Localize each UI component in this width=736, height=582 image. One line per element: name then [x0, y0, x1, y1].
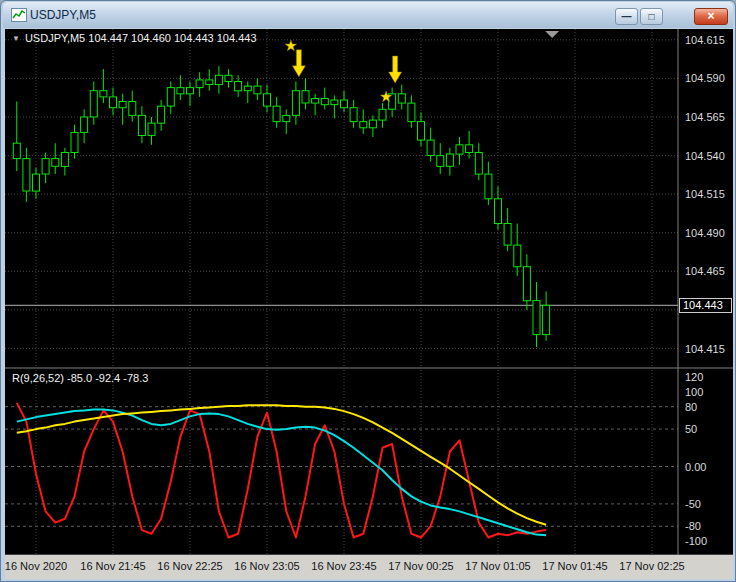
- chart-window: USDJPY,M5 — □ × ▼USDJPY,M5 104.447 104.4…: [0, 0, 736, 582]
- indicator-axis-label: -100: [685, 535, 707, 547]
- indicator-axis-label: 0.00: [685, 461, 706, 473]
- indicator-axis[interactable]: 12010080500.00-50-80-100: [681, 29, 733, 555]
- indicator-axis-label: 120: [685, 371, 703, 383]
- time-axis-label: 17 Nov 01:05: [465, 560, 530, 572]
- restore-button[interactable]: □: [640, 8, 663, 25]
- time-axis-label: 17 Nov 02:25: [619, 560, 684, 572]
- ohlc-text: USDJPY,M5 104.447 104.460 104.443 104.44…: [25, 32, 257, 44]
- time-axis-label: 16 Nov 23:05: [234, 560, 299, 572]
- time-axis-label: 16 Nov 23:45: [311, 560, 376, 572]
- minimize-button[interactable]: —: [615, 8, 638, 25]
- indicator-axis-label: 80: [685, 401, 697, 413]
- time-axis-label: 16 Nov 22:25: [157, 560, 222, 572]
- indicator-label: R(9,26,52) -85.0 -92.4 -78.3: [12, 372, 148, 384]
- time-axis-label: 16 Nov 2020: [5, 560, 67, 572]
- chart-canvas: [5, 29, 733, 579]
- titlebar[interactable]: USDJPY,M5 — □ ×: [3, 2, 733, 28]
- indicator-axis-label: -80: [685, 520, 701, 532]
- window-title: USDJPY,M5: [30, 8, 96, 22]
- chart-area[interactable]: ▼USDJPY,M5 104.447 104.460 104.443 104.4…: [5, 29, 733, 579]
- time-axis-label: 16 Nov 21:45: [80, 560, 145, 572]
- indicator-axis-label: 100: [685, 386, 703, 398]
- time-axis-label: 17 Nov 01:45: [542, 560, 607, 572]
- ohlc-info: ▼USDJPY,M5 104.447 104.460 104.443 104.4…: [12, 32, 257, 44]
- time-axis-label: 17 Nov 00:25: [388, 560, 453, 572]
- time-axis[interactable]: 16 Nov 202016 Nov 21:4516 Nov 22:2516 No…: [5, 555, 733, 579]
- indicator-axis-label: -50: [685, 498, 701, 510]
- collapse-triangle-icon[interactable]: ▼: [12, 34, 20, 43]
- chart-icon: [11, 7, 27, 23]
- indicator-axis-label: 50: [685, 423, 697, 435]
- close-button[interactable]: ×: [694, 8, 728, 25]
